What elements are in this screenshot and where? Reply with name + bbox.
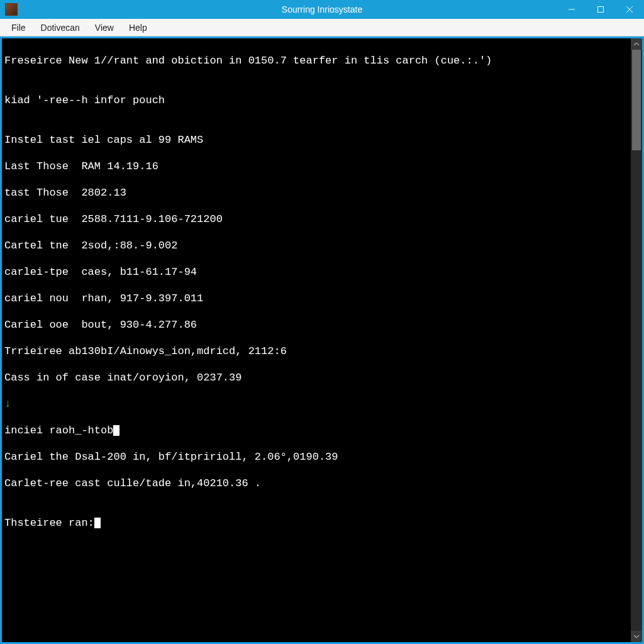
terminal-wrap: Freseirce New 1//rant and obiction in 01… bbox=[2, 38, 642, 642]
terminal-line: kiad '-ree--h infor pouch bbox=[4, 94, 628, 107]
menu-dotivecan[interactable]: Dotivecan bbox=[33, 20, 87, 35]
maximize-button[interactable] bbox=[586, 0, 615, 19]
terminal-line: Cartel tne 2sod,:88.-9.002 bbox=[4, 239, 628, 252]
svg-rect-1 bbox=[598, 7, 604, 13]
terminal-line: Last Those RAM 14.19.16 bbox=[4, 160, 628, 173]
terminal-line: Trrieiree ab130bI/Ainowys_ion,mdricd, 21… bbox=[4, 345, 628, 358]
app-icon bbox=[5, 3, 18, 16]
terminal-line: ↓ bbox=[4, 397, 628, 411]
minimize-button[interactable] bbox=[557, 0, 586, 19]
menu-view[interactable]: View bbox=[87, 20, 121, 35]
menubar: File Dotivecan View Help bbox=[0, 19, 644, 36]
minimize-icon bbox=[568, 6, 575, 13]
chevron-down-icon bbox=[633, 633, 640, 640]
terminal[interactable]: Freseirce New 1//rant and obiction in 01… bbox=[2, 38, 631, 642]
menu-file[interactable]: File bbox=[4, 20, 33, 35]
terminal-line: cariel tue 2588.7111-9.106-721200 bbox=[4, 213, 628, 226]
window-controls bbox=[557, 0, 644, 19]
scroll-up-button[interactable] bbox=[631, 38, 642, 50]
scrollbar[interactable] bbox=[631, 38, 642, 642]
terminal-line: Cariel ooe bout, 930-4.277.86 bbox=[4, 318, 628, 331]
cursor bbox=[94, 518, 101, 528]
scrollbar-track[interactable] bbox=[631, 50, 642, 631]
chevron-up-icon bbox=[633, 41, 640, 47]
close-icon bbox=[626, 6, 633, 13]
cursor bbox=[113, 425, 119, 436]
scrollbar-thumb[interactable] bbox=[632, 50, 641, 150]
terminal-line: inciei raoh_-htob bbox=[4, 424, 628, 437]
scroll-down-button[interactable] bbox=[631, 631, 642, 642]
terminal-line: Cass in of case inat/oroyion, 0237.39 bbox=[4, 371, 628, 384]
terminal-line: cariel nou rhan, 917-9.397.011 bbox=[4, 292, 628, 305]
terminal-line: Freseirce New 1//rant and obiction in 01… bbox=[4, 54, 628, 67]
window-title: Sourring Inriosystate bbox=[282, 4, 362, 14]
close-button[interactable] bbox=[615, 0, 644, 19]
download-icon: ↓ bbox=[4, 398, 11, 410]
terminal-line: Instel tast iel caps al 99 RAMS bbox=[4, 133, 628, 147]
menu-help[interactable]: Help bbox=[121, 20, 155, 35]
terminal-prompt: Thsteiree ran: bbox=[4, 516, 628, 530]
terminal-line: Carlet-ree cast culle/tade in,40210.36 . bbox=[4, 477, 628, 490]
maximize-icon bbox=[597, 6, 604, 13]
terminal-line: tast Those 2802.13 bbox=[4, 186, 628, 199]
terminal-line: carlei-tpe caes, b11-61.17-94 bbox=[4, 265, 628, 279]
terminal-line: Cariel the Dsal-200 in, bf/itpririoll, 2… bbox=[4, 450, 628, 464]
titlebar: Sourring Inriosystate bbox=[0, 0, 644, 19]
